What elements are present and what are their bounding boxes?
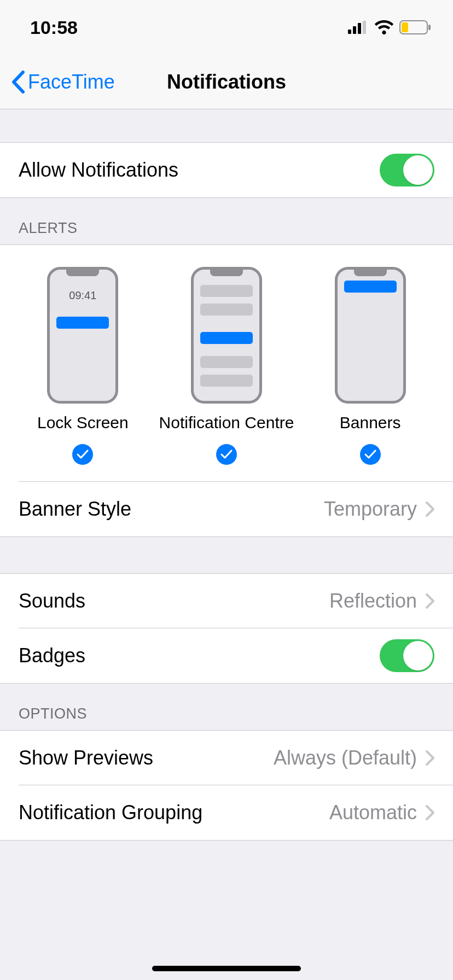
chevron-right-icon [426, 750, 434, 766]
sounds-value: Reflection [329, 590, 417, 612]
sounds-label: Sounds [19, 590, 85, 612]
sounds-badges-group: Sounds Reflection Badges [0, 573, 453, 684]
alert-option-label: Banners [340, 413, 401, 432]
notification-grouping-cell[interactable]: Notification Grouping Automatic [0, 785, 453, 840]
badges-label: Badges [19, 644, 85, 667]
banner-style-cell[interactable]: Banner Style Temporary [0, 482, 453, 536]
alert-option-banners[interactable]: Banners [298, 267, 442, 465]
chevron-right-icon [426, 593, 434, 609]
home-indicator [152, 966, 301, 971]
svg-rect-0 [348, 30, 351, 34]
options-header: Options [0, 684, 453, 730]
wifi-icon [374, 20, 394, 34]
checkmark-icon [360, 444, 381, 465]
back-label: FaceTime [28, 71, 115, 94]
chevron-left-icon [11, 71, 25, 94]
svg-rect-6 [428, 25, 431, 30]
svg-rect-5 [402, 22, 408, 32]
banner-style-value: Temporary [324, 498, 417, 521]
alert-style-row: 09:41 Lock Screen Notification Centre [0, 245, 453, 481]
svg-rect-3 [363, 21, 366, 34]
allow-notifications-label: Allow Notifications [19, 159, 178, 182]
chevron-right-icon [426, 501, 434, 517]
options-group: Show Previews Always (Default) Notificat… [0, 730, 453, 841]
svg-rect-2 [358, 23, 361, 34]
chevron-right-icon [426, 805, 434, 820]
banner-style-label: Banner Style [19, 498, 131, 521]
status-bar: 10:58 [0, 0, 453, 55]
sounds-cell[interactable]: Sounds Reflection [0, 574, 453, 628]
show-previews-label: Show Previews [19, 746, 153, 769]
nav-bar: FaceTime Notifications [0, 55, 453, 109]
cellular-icon [348, 21, 369, 34]
lockscreen-icon: 09:41 [47, 267, 118, 404]
allow-notifications-group: Allow Notifications [0, 142, 453, 198]
back-button[interactable]: FaceTime [11, 71, 115, 94]
show-previews-value: Always (Default) [274, 746, 417, 769]
checkmark-icon [216, 444, 237, 465]
notification-grouping-value: Automatic [329, 801, 417, 824]
checkmark-icon [72, 444, 93, 465]
alerts-group: 09:41 Lock Screen Notification Centre [0, 244, 453, 537]
alert-option-lockscreen[interactable]: 09:41 Lock Screen [11, 267, 155, 465]
badges-toggle[interactable] [380, 639, 434, 672]
allow-notifications-toggle[interactable] [380, 154, 434, 186]
notification-grouping-label: Notification Grouping [19, 801, 202, 824]
status-indicators [348, 20, 431, 34]
alert-option-notification-centre[interactable]: Notification Centre [155, 267, 299, 465]
banners-icon [335, 267, 406, 404]
notification-centre-icon [191, 267, 262, 404]
show-previews-cell[interactable]: Show Previews Always (Default) [0, 731, 453, 785]
allow-notifications-cell[interactable]: Allow Notifications [0, 143, 453, 197]
status-time: 10:58 [30, 17, 78, 38]
svg-rect-1 [353, 26, 356, 34]
alert-option-label: Notification Centre [159, 413, 294, 432]
badges-cell[interactable]: Badges [0, 628, 453, 683]
alerts-header: Alerts [0, 198, 453, 244]
page-title: Notifications [167, 71, 286, 94]
alert-option-label: Lock Screen [37, 413, 129, 432]
battery-icon [399, 20, 431, 34]
